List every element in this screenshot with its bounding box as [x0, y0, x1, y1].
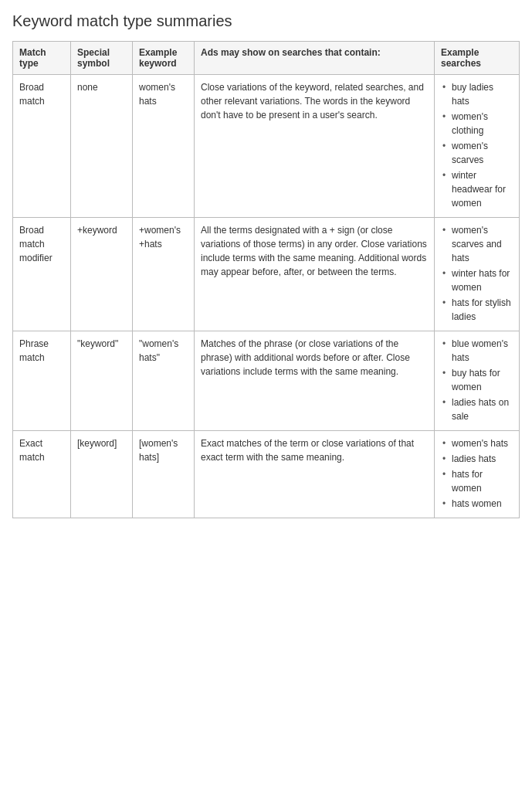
- list-item: hats for stylish ladies: [441, 296, 513, 324]
- cell-ads-may-show: Matches of the phrase (or close variatio…: [195, 331, 435, 431]
- cell-example-keyword: women's hats: [133, 75, 195, 218]
- cell-example-keyword: [women's hats]: [133, 431, 195, 518]
- cell-example-searches: women's scarves and hatswinter hats for …: [435, 218, 520, 331]
- list-item: women's scarves and hats: [441, 223, 513, 265]
- list-item: winter headwear for women: [441, 168, 513, 210]
- page-title: Keyword match type summaries: [12, 12, 520, 30]
- list-item: ladies hats on sale: [441, 396, 513, 423]
- list-item: buy ladies hats: [441, 80, 513, 108]
- col-header-ads-may-show: Ads may show on searches that contain:: [195, 42, 435, 75]
- cell-special-symbol: [keyword]: [71, 431, 133, 518]
- list-item: buy hats for women: [441, 366, 513, 394]
- table-row: Exact match[keyword][women's hats]Exact …: [13, 431, 520, 518]
- cell-example-searches: women's hatsladies hatshats for womenhat…: [435, 431, 520, 518]
- cell-match-type: Phrase match: [13, 331, 71, 431]
- col-header-match-type: Match type: [13, 42, 71, 75]
- table-row: Broad matchnonewomen's hatsClose variati…: [13, 75, 520, 218]
- cell-example-searches: buy ladies hatswomen's clothingwomen's s…: [435, 75, 520, 218]
- list-item: women's scarves: [441, 139, 513, 167]
- list-item: hats for women: [441, 467, 513, 495]
- table-header-row: Match type Special symbol Example keywor…: [13, 42, 520, 75]
- list-item: women's clothing: [441, 110, 513, 137]
- cell-special-symbol: "keyword": [71, 331, 133, 431]
- list-item: women's hats: [441, 436, 513, 450]
- col-header-special-symbol: Special symbol: [71, 42, 133, 75]
- cell-example-keyword: "women's hats": [133, 331, 195, 431]
- list-item: winter hats for women: [441, 266, 513, 294]
- table-row: Phrase match"keyword""women's hats"Match…: [13, 331, 520, 431]
- list-item: hats women: [441, 497, 513, 511]
- cell-special-symbol: none: [71, 75, 133, 218]
- cell-ads-may-show: All the terms designated with a + sign (…: [195, 218, 435, 331]
- cell-ads-may-show: Exact matches of the term or close varia…: [195, 431, 435, 518]
- list-item: ladies hats: [441, 452, 513, 466]
- cell-example-keyword: +women's +hats: [133, 218, 195, 331]
- cell-match-type: Broad match: [13, 75, 71, 218]
- col-header-example-searches: Example searches: [435, 42, 520, 75]
- table-row: Broad match modifier+keyword+women's +ha…: [13, 218, 520, 331]
- cell-match-type: Exact match: [13, 431, 71, 518]
- col-header-example-keyword: Example keyword: [133, 42, 195, 75]
- cell-match-type: Broad match modifier: [13, 218, 71, 331]
- list-item: blue women's hats: [441, 337, 513, 365]
- cell-ads-may-show: Close variations of the keyword, related…: [195, 75, 435, 218]
- cell-example-searches: blue women's hatsbuy hats for womenladie…: [435, 331, 520, 431]
- cell-special-symbol: +keyword: [71, 218, 133, 331]
- match-type-table: Match type Special symbol Example keywor…: [12, 41, 520, 518]
